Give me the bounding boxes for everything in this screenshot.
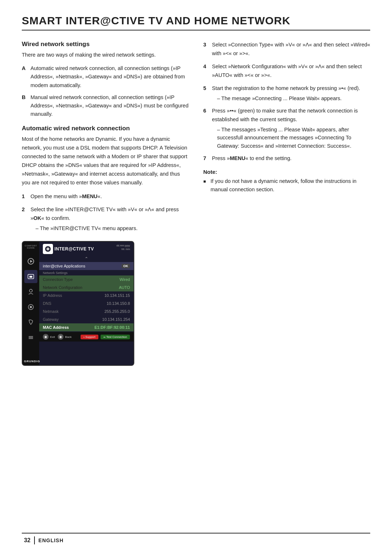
tv-back-btn: ◉ Back xyxy=(58,334,72,340)
step-3-text: Select »Connection Type« with »V« or »Λ«… xyxy=(212,41,370,58)
tv-back-label: Back xyxy=(65,335,72,339)
list-item-a-label: A xyxy=(22,64,27,90)
page-footer: 32 ENGLISH xyxy=(22,533,370,544)
tv-time: dd.mm.yyyy hh: mm xyxy=(117,244,130,251)
tv-exit-label: Exit xyxy=(50,335,55,339)
step-5-num: 5 xyxy=(203,84,208,102)
tv-row-mac: MAC Address E1:DF:BF:92:00:11 xyxy=(39,323,134,331)
step-4-text: Select »Network Configuration« with »V« … xyxy=(212,62,370,80)
note-bullet-1: ■ xyxy=(203,177,208,194)
note-item-1: ■ If you do not have a dynamic network, … xyxy=(203,177,370,194)
tv-ok-badge: OK xyxy=(122,264,130,268)
step-3: 3 Select »Connection Type« with »V« or »… xyxy=(203,41,370,58)
tv-ip-label: IP Address xyxy=(43,293,62,298)
tv-exit-btn: ◉ Exit xyxy=(43,334,55,340)
right-numbered-list: 3 Select »Connection Type« with »V« or »… xyxy=(203,41,370,163)
tv-gateway-value: 10.134.151.254 xyxy=(102,317,130,322)
tv-bottom-right: • Support •• Test Connection xyxy=(81,335,130,339)
tv-logo-text: INTER@CTIVE TV xyxy=(54,246,94,252)
step-3-num: 3 xyxy=(203,41,208,58)
tv-row-connection-type: Connection Type Wired xyxy=(39,275,134,283)
svg-point-6 xyxy=(30,306,32,308)
note-item-1-text: If you do not have a dynamic network, fo… xyxy=(211,177,370,194)
step-6: 6 Press »••« (green) to make sure that t… xyxy=(203,107,370,150)
tv-sidebar: COMFORT GUIDE xyxy=(23,242,39,365)
tv-netmask-label: Netmask xyxy=(43,309,58,314)
grundig-label: GRUNDIG xyxy=(24,360,40,363)
sidebar-icon-3 xyxy=(24,285,37,298)
tv-applications-row: inter@ctive Applications OK xyxy=(39,262,134,270)
tv-row-dns: DNS 10.134.150.8 xyxy=(39,299,134,307)
step-7-num: 7 xyxy=(203,154,208,163)
step-1-text: Open the menu with »MENU«. xyxy=(30,192,102,201)
svg-point-4 xyxy=(29,289,32,292)
tv-mac-label: MAC Address xyxy=(43,325,69,330)
step-7-bold: MENU xyxy=(230,155,245,161)
tv-ip-value: 10.134.151.15 xyxy=(105,293,130,298)
tv-network-settings-label: Network Settings xyxy=(39,270,134,275)
step-5: 5 Start the registration to the home net… xyxy=(203,84,370,102)
left-column: Wired network settings There are two way… xyxy=(22,41,189,366)
comfort-guide-label: COMFORT GUIDE xyxy=(23,245,39,249)
tv-gateway-label: Gateway xyxy=(43,317,58,322)
step-6-text: Press »••« (green) to make sure that the… xyxy=(212,107,370,150)
list-item-a-text: Automatic wired network connection, all … xyxy=(30,64,189,90)
tv-support-btn: • Support xyxy=(81,335,98,339)
sidebar-icon-2 xyxy=(24,270,37,283)
wired-settings-intro: There are two ways of making the wired n… xyxy=(22,51,189,59)
tv-logo-icon xyxy=(43,244,53,254)
tv-logo: INTER@CTIVE TV xyxy=(43,244,94,254)
tv-applications-label: inter@ctive Applications xyxy=(43,264,85,268)
tv-row-netmask: Netmask 255.255.255.0 xyxy=(39,307,134,315)
tv-dns-label: DNS xyxy=(43,301,51,306)
step-5-text: Start the registration to the home netwo… xyxy=(212,84,360,102)
step-1-bold: MENU xyxy=(82,193,98,199)
tv-main: INTER@CTIVE TV dd.mm.yyyy hh: mm ⌃ inter… xyxy=(39,242,134,365)
sidebar-icon-6 xyxy=(24,331,37,344)
step-6-sub: – The messages »Testing ... Please Wait«… xyxy=(217,126,370,150)
wired-settings-title: Wired network settings xyxy=(22,41,189,48)
list-item-a: A Automatic wired network connection, al… xyxy=(22,64,189,90)
tv-row-ip: IP Address 10.134.151.15 xyxy=(39,291,134,299)
tv-connection-type-value: Wired xyxy=(119,277,130,282)
tv-row-gateway: Gateway 10.134.151.254 xyxy=(39,315,134,323)
step-4-num: 4 xyxy=(203,62,208,80)
step-1: 1 Open the menu with »MENU«. xyxy=(22,192,189,201)
step-4: 4 Select »Network Configuration« with »V… xyxy=(203,62,370,80)
tv-row-network-config: Network Configuration AUTO xyxy=(39,283,134,291)
svg-rect-3 xyxy=(29,276,32,278)
step-2-text: Select the line »INTER@CTIVE TV« with »V… xyxy=(30,205,189,232)
list-item-b-text: Manual wired network connection, all con… xyxy=(30,93,189,119)
tv-netmask-value: 255.255.255.0 xyxy=(105,309,130,314)
tv-network-config-value: AUTO xyxy=(119,285,130,290)
tv-bottom-left: ◉ Exit ◉ Back xyxy=(43,334,72,340)
page-language: ENGLISH xyxy=(38,537,64,543)
list-item-b-label: B xyxy=(22,93,27,119)
tv-connection-type-label: Connection Type xyxy=(43,277,73,282)
tv-chevron-up: ⌃ xyxy=(39,255,134,262)
step-6-num: 6 xyxy=(203,107,208,150)
auto-wired-title: Automatic wired network connection xyxy=(22,125,189,132)
tv-header: INTER@CTIVE TV dd.mm.yyyy hh: mm xyxy=(39,242,134,255)
svg-marker-1 xyxy=(30,260,33,263)
left-numbered-list: 1 Open the menu with »MENU«. 2 Select th… xyxy=(22,192,189,232)
sidebar-icon-1 xyxy=(24,255,37,268)
tv-mac-value: E1:DF:BF:92:00:11 xyxy=(94,325,130,330)
note-section: Note: ■ If you do not have a dynamic net… xyxy=(203,169,370,194)
tv-bottom-bar: ◉ Exit ◉ Back • Support •• Test Connecti… xyxy=(39,332,134,342)
tv-dns-value: 10.134.150.8 xyxy=(107,301,130,306)
step-7-text: Press »MENU« to end the setting. xyxy=(212,154,291,163)
auto-wired-body: Most of the home networks are Dynamic. I… xyxy=(22,135,189,187)
tv-screen: COMFORT GUIDE xyxy=(22,241,134,366)
tv-test-connection-btn: •• Test Connection xyxy=(101,335,130,339)
step-2-sub: – The »INTER@CTIVE TV« menu appears. xyxy=(36,224,189,232)
step-7: 7 Press »MENU« to end the setting. xyxy=(203,154,370,163)
tv-circle-nav: ◉ xyxy=(43,334,49,340)
ab-list: A Automatic wired network connection, al… xyxy=(22,64,189,118)
tv-circle-back: ◉ xyxy=(58,334,64,340)
tv-network-config-label: Network Configuration xyxy=(43,285,82,290)
page-number: 32 xyxy=(22,536,35,544)
right-column: 3 Select »Connection Type« with »V« or »… xyxy=(203,41,370,366)
tv-screen-wrapper: COMFORT GUIDE xyxy=(22,241,134,366)
sidebar-icon-5 xyxy=(24,316,37,329)
